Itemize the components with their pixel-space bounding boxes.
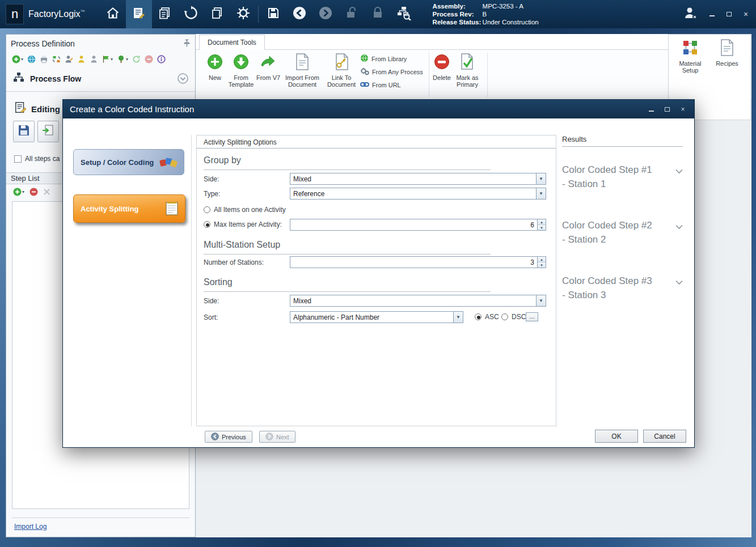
side-select[interactable]: Mixed ▼ [290, 173, 546, 185]
close-icon: × [681, 105, 685, 113]
close-button[interactable]: × [741, 10, 750, 19]
tree-icon[interactable]: ▾ [117, 55, 128, 63]
from-template-button[interactable]: From Template [225, 53, 257, 88]
add-icon[interactable]: ▾ [12, 55, 23, 63]
flags-icon[interactable]: ▾ [102, 55, 113, 63]
dropdown-arrow-button[interactable]: ▼ [536, 173, 546, 184]
pin-icon[interactable] [183, 39, 191, 50]
process-flow-item[interactable]: Process Flow [13, 72, 81, 86]
sorting-side-select[interactable]: Mixed ▼ [290, 295, 546, 307]
max-items-spinner[interactable]: 6 ▲▼ [290, 219, 546, 231]
chevron-down-icon[interactable] [675, 277, 683, 302]
import-step-button[interactable] [37, 121, 59, 142]
spinner-up-icon[interactable]: ▲ [538, 219, 546, 225]
material-setup-button[interactable]: Material Setup [673, 39, 707, 74]
process-definition-button[interactable] [126, 0, 152, 28]
next-label: Next [276, 434, 289, 440]
max-items-radio-row[interactable]: Max Items per Activity: [204, 221, 282, 228]
from-url-button[interactable]: From URL [360, 78, 428, 91]
dropdown-arrow-button[interactable]: ▼ [453, 312, 463, 323]
sync-button[interactable] [178, 0, 204, 28]
asc-radio-row[interactable]: ASC [475, 313, 499, 321]
info-icon[interactable] [157, 55, 166, 63]
dsc-radio[interactable] [501, 313, 508, 320]
cancel-button[interactable]: Cancel [643, 430, 686, 443]
chevron-down-icon[interactable] [675, 222, 683, 247]
max-items-value: 6 [290, 219, 537, 230]
mark-as-primary-button[interactable]: Mark as Primary [451, 53, 484, 88]
all-steps-checkbox-row[interactable]: All steps ca [14, 155, 60, 163]
maximize-button[interactable] [724, 10, 733, 19]
from-library-button[interactable]: From Library [360, 52, 428, 65]
number-of-stations-label: Number of Stations: [204, 258, 264, 266]
person-edit-icon[interactable] [65, 55, 73, 63]
remove-step-icon[interactable] [29, 188, 38, 196]
previous-button[interactable]: Previous [205, 431, 252, 443]
asc-radio[interactable] [475, 313, 482, 320]
copy-documents-button[interactable] [204, 0, 230, 28]
result-step-1[interactable]: Color Coded Step #1 - Station 1 [562, 163, 683, 191]
print-icon[interactable] [40, 55, 48, 63]
user-button[interactable] [682, 0, 699, 28]
collapse-section-icon[interactable] [178, 73, 188, 86]
result-step-3[interactable]: Color Coded Step #3 - Station 3 [562, 274, 683, 302]
chevron-down-icon[interactable] [675, 166, 683, 191]
result-step-2-text: Color Coded Step #2 - Station 2 [562, 218, 652, 247]
type-select[interactable]: Reference ▼ [290, 188, 546, 200]
max-items-radio[interactable] [204, 221, 210, 228]
ok-button[interactable]: OK [595, 430, 638, 443]
process-search-button[interactable] [391, 0, 417, 28]
save-step-button[interactable] [13, 121, 35, 142]
settings-button[interactable] [230, 0, 256, 28]
sync-steps-icon[interactable] [52, 55, 61, 63]
unlock-button[interactable] [339, 0, 365, 28]
dialog-titlebar[interactable]: Create a Color Coded Instruction × [63, 100, 694, 118]
dropdown-arrow-button[interactable]: ▼ [536, 188, 546, 199]
link-to-document-button[interactable]: Link To Document [324, 53, 359, 88]
spinner-down-icon[interactable]: ▼ [538, 262, 546, 268]
dropdown-arrow-button[interactable]: ▼ [536, 295, 546, 306]
all-items-radio-row[interactable]: All Items on one Activity [204, 206, 286, 214]
save-button[interactable] [260, 0, 286, 28]
dropdown-arrow-icon: ▼ [456, 315, 461, 320]
document-templates-button[interactable] [152, 0, 178, 28]
lock-button[interactable] [365, 0, 391, 28]
dialog-minimize-button[interactable] [647, 105, 656, 114]
person-gray-icon[interactable] [90, 55, 98, 63]
recipes-button[interactable]: Recipes [712, 39, 742, 67]
from-template-icon [233, 53, 250, 73]
person-yellow-icon[interactable] [77, 55, 86, 63]
tab-document-tools[interactable]: Document Tools [199, 35, 265, 50]
from-source-group: From Library From Any Process From URL [360, 52, 428, 91]
recipes-icon [720, 39, 734, 58]
new-label: New [209, 74, 221, 81]
add-step-icon[interactable]: ▾ [13, 188, 24, 196]
panel-divider [12, 518, 189, 518]
dialog-maximize-button[interactable] [662, 105, 671, 114]
web-icon[interactable] [27, 55, 36, 63]
nav-activity-splitting[interactable]: Activity Splitting [73, 194, 185, 223]
dsc-radio-row[interactable]: DSC [501, 313, 526, 321]
all-items-radio[interactable] [204, 206, 210, 213]
copy-documents-icon [210, 6, 224, 22]
spinner-up-icon[interactable]: ▲ [538, 257, 546, 262]
number-of-stations-spinner[interactable]: 3 ▲▼ [290, 256, 546, 268]
new-icon [206, 53, 223, 73]
new-document-button[interactable]: New [204, 53, 226, 81]
from-any-process-button[interactable]: From Any Process [360, 65, 428, 78]
sort-options-button[interactable]: ... [526, 312, 538, 321]
from-v7-button[interactable]: From V7 [256, 53, 281, 81]
import-from-document-button[interactable]: Import From Document [282, 53, 323, 88]
nav-setup-color-coding[interactable]: Setup / Color Coding [73, 149, 184, 175]
process-flow-label: Process Flow [30, 74, 81, 83]
spinner-down-icon[interactable]: ▼ [538, 225, 546, 230]
result-step-2[interactable]: Color Coded Step #2 - Station 2 [562, 218, 683, 247]
import-log-link[interactable]: Import Log [14, 523, 47, 531]
home-button[interactable] [100, 0, 126, 28]
back-button[interactable] [286, 0, 312, 28]
dialog-close-button[interactable]: × [678, 105, 687, 114]
sort-select[interactable]: Alphanumeric - Part Number ▼ [290, 311, 463, 323]
all-steps-checkbox[interactable] [14, 155, 22, 163]
result-step-1-line1: Color Coded Step #1 [562, 163, 652, 177]
minimize-button[interactable] [707, 10, 716, 19]
